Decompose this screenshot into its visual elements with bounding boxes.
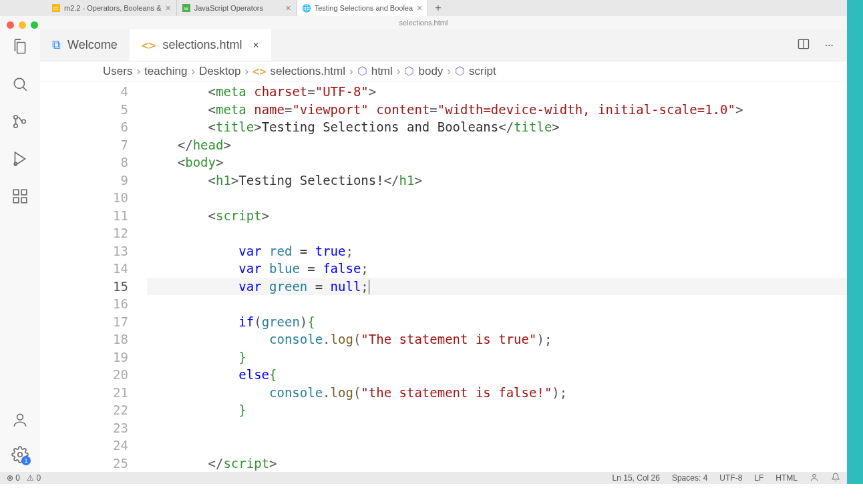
extensions-icon[interactable] — [11, 187, 29, 206]
accounts-icon[interactable] — [11, 411, 29, 429]
errors-count[interactable]: ⊗ 0 — [7, 473, 20, 483]
code-line[interactable]: var blue = false; — [147, 260, 847, 278]
code-line[interactable]: </head> — [147, 136, 847, 154]
slides-icon: ▭ — [52, 4, 60, 12]
line-number: 20 — [40, 366, 128, 384]
breadcrumb-file[interactable]: selections.html — [271, 65, 345, 78]
close-icon[interactable]: × — [252, 39, 258, 51]
code-line[interactable] — [147, 437, 847, 455]
close-window-icon[interactable] — [7, 21, 14, 29]
svg-point-9 — [17, 414, 23, 420]
globe-icon: 🌐 — [303, 4, 311, 12]
breadcrumb-segment[interactable]: Users — [103, 65, 132, 78]
code-line[interactable]: } — [147, 401, 847, 419]
code-line[interactable]: <title>Testing Selections and Booleans</… — [147, 118, 847, 136]
window-title: selections.html — [399, 19, 448, 27]
breadcrumb-symbol[interactable]: html — [371, 65, 393, 78]
code-line[interactable]: <h1>Testing Selections!</h1> — [147, 172, 847, 190]
code-line[interactable]: console.log("The statement is true"); — [147, 330, 847, 348]
code-editor[interactable]: 45678910111213141516171819202122232425 <… — [40, 81, 847, 472]
code-line[interactable]: <meta name="viewport" content="width=dev… — [147, 101, 847, 119]
browser-tab[interactable]: ▭m2.2 - Operators, Booleans &× — [47, 0, 177, 16]
close-icon[interactable]: × — [413, 3, 422, 13]
settings-badge: 1 — [21, 456, 31, 465]
code-line[interactable]: var red = true; — [147, 242, 847, 260]
code-line[interactable]: var green = null; — [147, 278, 847, 296]
more-actions-icon[interactable]: ··· — [825, 39, 834, 51]
code-line[interactable] — [147, 224, 847, 242]
chevron-right-icon: › — [349, 65, 353, 78]
encoding[interactable]: UTF-8 — [719, 473, 742, 483]
breadcrumb-symbol[interactable]: body — [418, 65, 443, 78]
svg-point-4 — [14, 162, 17, 165]
explorer-icon[interactable] — [11, 37, 29, 56]
source-control-icon[interactable] — [11, 112, 29, 131]
code-line[interactable]: <meta charset="UTF-8"> — [147, 83, 847, 101]
settings-gear-icon[interactable]: 1 — [11, 445, 29, 464]
svg-rect-5 — [13, 190, 19, 195]
side-strip — [847, 0, 863, 484]
status-bar: ⊗ 0 ⚠ 0 Ln 15, Col 26 Spaces: 4 UTF-8 LF… — [0, 472, 847, 484]
chevron-right-icon: › — [397, 65, 401, 78]
chevron-right-icon: › — [447, 65, 451, 78]
new-tab-button[interactable]: + — [428, 2, 448, 14]
editor-tab-label: selections.html — [162, 38, 242, 52]
line-number: 16 — [40, 295, 128, 313]
line-number: 10 — [40, 189, 128, 207]
warnings-count[interactable]: ⚠ 0 — [27, 473, 41, 483]
symbol-icon: ⬡ — [357, 64, 367, 78]
maximize-window-icon[interactable] — [31, 21, 38, 29]
browser-tab[interactable]: wJavaScript Operators× — [177, 0, 297, 16]
line-number: 24 — [40, 437, 128, 455]
editor-tab[interactable]: ⧉Welcome — [40, 29, 130, 61]
breadcrumb-segment[interactable]: teaching — [144, 65, 187, 78]
svg-point-10 — [18, 453, 23, 457]
eol[interactable]: LF — [754, 473, 763, 483]
code-line[interactable] — [147, 419, 847, 437]
code-line[interactable]: } — [147, 348, 847, 366]
vscode-icon: ⧉ — [52, 38, 61, 52]
code-line[interactable]: console.log("the statement is false!"); — [147, 384, 847, 402]
traffic-lights[interactable] — [7, 21, 38, 29]
editor-tab[interactable]: <>selections.html× — [130, 29, 271, 61]
breadcrumb-symbol[interactable]: script — [469, 65, 496, 78]
line-number: 25 — [40, 455, 128, 473]
run-debug-icon[interactable] — [11, 150, 29, 168]
code-line[interactable] — [147, 189, 847, 207]
line-gutter: 45678910111213141516171819202122232425 — [40, 81, 147, 472]
close-icon[interactable]: × — [282, 3, 291, 13]
code-line[interactable]: <script> — [147, 207, 847, 225]
line-number: 22 — [40, 401, 128, 419]
search-icon[interactable] — [11, 75, 29, 93]
breadcrumb-segment[interactable]: Desktop — [199, 65, 240, 78]
code-area[interactable]: <meta charset="UTF-8"> <meta name="viewp… — [147, 81, 847, 472]
code-line[interactable]: <body> — [147, 154, 847, 172]
code-line[interactable]: else{ — [147, 366, 847, 384]
code-line[interactable]: </script> — [147, 455, 847, 473]
chevron-right-icon: › — [244, 65, 248, 78]
code-line[interactable] — [147, 295, 847, 313]
language-mode[interactable]: HTML — [775, 473, 798, 483]
chevron-right-icon: › — [191, 65, 195, 78]
line-number: 12 — [40, 224, 128, 242]
window-title-bar: selections.html — [0, 16, 847, 29]
html-file-icon: <> — [252, 65, 266, 78]
symbol-icon: ⬡ — [404, 64, 414, 78]
w3-icon: w — [182, 4, 190, 12]
cursor-position[interactable]: Ln 15, Col 26 — [613, 473, 660, 483]
split-editor-icon[interactable] — [797, 37, 810, 53]
browser-tab-strip: ▭m2.2 - Operators, Booleans &×wJavaScrip… — [0, 0, 847, 16]
notifications-icon[interactable] — [831, 473, 840, 484]
code-line[interactable]: if(green){ — [147, 313, 847, 331]
svg-point-0 — [14, 78, 24, 88]
line-number: 5 — [40, 101, 128, 119]
breadcrumb[interactable]: Users›teaching›Desktop›<> selections.htm… — [40, 61, 847, 81]
svg-point-3 — [22, 119, 25, 123]
browser-tab[interactable]: 🌐Testing Selections and Boolea× — [297, 0, 429, 16]
indent-spaces[interactable]: Spaces: 4 — [672, 473, 707, 483]
minimize-window-icon[interactable] — [19, 21, 26, 29]
line-number: 13 — [40, 242, 128, 260]
feedback-icon[interactable] — [810, 473, 819, 484]
close-icon[interactable]: × — [162, 3, 171, 13]
line-number: 11 — [40, 207, 128, 225]
